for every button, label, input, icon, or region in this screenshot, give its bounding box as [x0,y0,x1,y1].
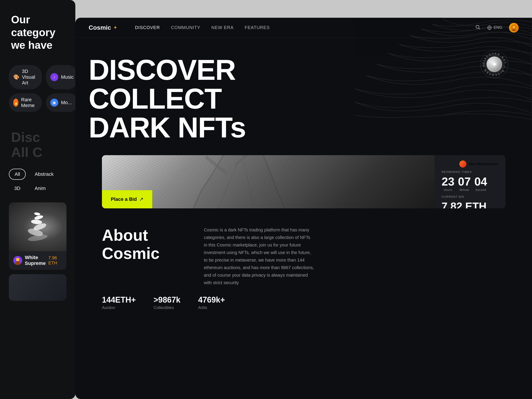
category-label: Rare Meme [21,97,38,108]
nft-card-2-image [9,274,66,301]
stat-collectibles-value: >9867k [153,295,180,305]
subtitle-line1: Disc [11,130,64,145]
nft-name: WhiteSupreme [25,255,46,266]
stat-auction: 144ETH+ Auction [102,295,136,310]
discover-nft-badge: DISCOVER NFT • DISCOVER NFT • ✦ [479,49,510,80]
current-bid-label: CURRENT BID [442,195,498,198]
stat-auction-label: Auction [102,305,136,310]
stat-auction-value: 144ETH+ [102,295,136,305]
svg-point-4 [34,215,44,220]
stat-artits-value: 4769k+ [198,295,225,305]
category-label: Mo... [61,100,72,105]
category-grid: 🎨 3D Visual Art ♪ Music 🔥 Rare Meme ◉ Mo… [0,60,75,116]
avatar-svg [13,256,22,265]
tab-anim[interactable]: Anim [29,183,51,193]
countdown: 23 Hours 07 Minute 04 Second [442,176,498,192]
hours-label: Hours [442,188,455,192]
meme-icon: 🔥 [13,99,18,107]
about-description: Cosmic is a dark NFTs trading platform t… [204,226,315,286]
auction-image: Place a Bid ↗ [102,155,435,208]
language-button[interactable]: ENG [487,25,502,30]
nft-card-image-inner [9,202,66,251]
logo[interactable]: Cosmic ✦ [89,24,117,31]
svg-line-10 [479,28,480,29]
svg-point-14 [513,26,515,28]
hero-title: DISCOVER COLLECT DARK NFTs [89,55,266,142]
art-icon: 🎨 [13,74,19,80]
seconds-label: Second [474,188,487,192]
nav-features[interactable]: FEATURES [245,25,270,30]
about-title: About Cosmic [102,226,186,263]
category-section-title: Our category we have [0,0,75,60]
minutes-value: 07 [458,176,471,187]
category-more[interactable]: ◉ Mo... [46,93,75,112]
search-icon [475,24,480,30]
svg-point-7 [16,258,19,261]
tab-abstrack[interactable]: Abstrack [29,169,59,179]
bid-amount: 7.82 ETH [442,200,498,208]
nav-discover[interactable]: DISCOVER [135,25,160,30]
minutes-item: 07 Minute [458,176,471,192]
logo-text: Cosmic [89,24,111,31]
nft-artwork-svg [22,209,53,245]
nft-card-text: WhiteSupreme [25,255,46,266]
logo-star-icon: ✦ [113,25,117,31]
avatar [13,256,22,265]
stat-artits: 4769k+ Artits [198,295,225,310]
user-avatar-img [511,25,517,31]
category-music[interactable]: ♪ Music [46,65,75,89]
stat-artits-label: Artits [198,305,225,310]
bid-arrow-icon: ↗ [139,196,143,202]
user-avatar[interactable] [509,23,519,32]
nav-links: DISCOVER COMMUNITY NEW ERA FEATURES [135,25,475,30]
navbar: Cosmic ✦ DISCOVER COMMUNITY NEW ERA FEAT… [75,18,532,38]
globe-icon [487,25,492,30]
subtitle-line2: All C [11,145,64,160]
hero-section: DISCOVER COLLECT DARK NFTs DISCOVER NFT … [75,38,532,332]
nft-price: 7.96 ETH [48,255,62,265]
place-bid-button[interactable]: Place a Bid ↗ [102,190,152,208]
hours-item: 23 Hours [442,176,455,192]
lang-label: ENG [494,25,502,30]
hours-value: 23 [442,176,455,187]
hero-title-line1: DISCOVER COLLECT [89,54,235,115]
hero-title-line2: DARK NFTs [89,111,246,144]
gem-star-icon: ✦ [491,60,497,69]
stats-row: 144ETH+ Auction >9867k Collectibles 4769… [89,295,519,319]
creator-name: Jean Masterpieces [469,162,498,166]
stat-collectibles: >9867k Collectibles [153,295,180,310]
stat-collectibles-label: Collectibles [153,305,180,310]
category-3d-visual-art[interactable]: 🎨 3D Visual Art [9,65,42,89]
nav-new-era[interactable]: NEW ERA [211,25,234,30]
countdown-section: REAMINING TIMES 23 Hours 07 Minute 04 Se [442,170,498,195]
music-icon: ♪ [50,73,58,81]
nft-card-white-supreme[interactable]: WhiteSupreme 7.96 ETH [9,202,66,270]
svg-point-3 [31,219,42,225]
discover-subtitle: Disc All C [0,116,75,164]
search-button[interactable] [475,24,480,31]
auction-info-panel: Jean Masterpieces REAMINING TIMES 23 Hou… [435,155,505,208]
main-content: Cosmic ✦ DISCOVER COMMUNITY NEW ERA FEAT… [75,18,532,399]
nft-card-2[interactable] [9,274,66,301]
seconds-value: 04 [474,176,487,187]
tab-3d[interactable]: 3D [9,183,26,193]
category-label: Music [61,74,74,80]
seconds-item: 04 Second [474,176,487,192]
auction-creator: Jean Masterpieces [442,161,498,167]
creator-avatar [459,161,466,167]
left-sidebar: Our category we have 🎨 3D Visual Art ♪ M… [0,0,75,399]
bid-section: CURRENT BID 7.82 ETH $7,960 [442,195,498,208]
category-rare-meme[interactable]: 🔥 Rare Meme [9,93,42,112]
more-icon: ◉ [50,99,58,107]
remaining-times-label: REAMINING TIMES [442,170,498,174]
svg-point-9 [476,25,479,28]
filter-tabs-row: All Abstrack 3D Anim [0,164,75,198]
nav-actions: ENG [475,23,519,32]
about-section: About Cosmic Cosmic is a dark NFTs tradi… [89,208,519,295]
nft-card-image [9,202,66,251]
minutes-label: Minute [458,188,471,192]
category-label: 3D Visual Art [22,69,38,86]
nav-community[interactable]: COMMUNITY [171,25,200,30]
tab-all[interactable]: All [9,169,26,180]
auction-card: Place a Bid ↗ Jean Masterpieces REAMININ… [102,155,505,208]
